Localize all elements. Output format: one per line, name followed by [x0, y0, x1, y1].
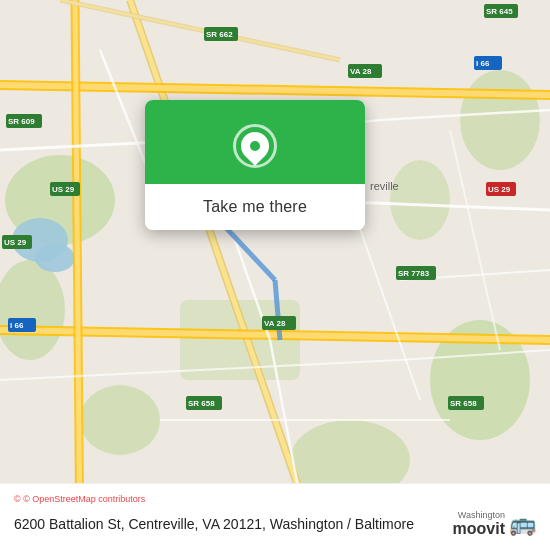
popup-card: Take me there	[145, 100, 365, 230]
map-container: reville SR 645 SR 662 VA 28 I 66 SR 609 …	[0, 0, 550, 550]
moovit-icon: 🚌	[509, 511, 536, 537]
svg-text:SR 662: SR 662	[206, 30, 233, 39]
svg-text:reville: reville	[370, 180, 399, 192]
svg-text:US 29: US 29	[4, 238, 27, 247]
moovit-name: moovit	[453, 520, 505, 538]
svg-text:VA 28: VA 28	[264, 319, 286, 328]
svg-text:US 29: US 29	[488, 185, 511, 194]
svg-text:SR 658: SR 658	[450, 399, 477, 408]
svg-point-10	[35, 244, 75, 272]
moovit-logo: Washington moovit 🚌	[453, 510, 536, 538]
bottom-bar: © © OpenStreetMap contributors 6200 Batt…	[0, 483, 550, 550]
svg-point-5	[460, 70, 540, 170]
moovit-tagline: Washington	[458, 510, 505, 520]
location-pin-icon	[233, 124, 277, 168]
svg-text:SR 658: SR 658	[188, 399, 215, 408]
svg-text:SR 645: SR 645	[486, 7, 513, 16]
svg-text:I 66: I 66	[10, 321, 24, 330]
svg-text:SR 7783: SR 7783	[398, 269, 430, 278]
osm-copyright-symbol: ©	[14, 494, 21, 504]
osm-credit: © © OpenStreetMap contributors	[14, 494, 536, 504]
svg-text:VA 28: VA 28	[350, 67, 372, 76]
svg-point-7	[390, 160, 450, 240]
svg-text:US 29: US 29	[52, 185, 75, 194]
take-me-there-button[interactable]: Take me there	[145, 184, 365, 230]
svg-text:I 66: I 66	[476, 59, 490, 68]
address-text: 6200 Battalion St, Centreville, VA 20121…	[14, 515, 443, 533]
svg-point-3	[80, 385, 160, 455]
popup-card-header	[145, 100, 365, 184]
svg-text:SR 609: SR 609	[8, 117, 35, 126]
